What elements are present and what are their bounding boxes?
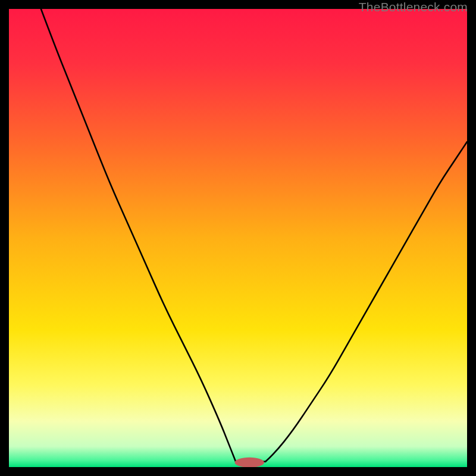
gradient-background — [9, 9, 467, 467]
bottleneck-marker — [235, 458, 264, 467]
bottleneck-chart — [9, 9, 467, 467]
watermark-text: TheBottleneck.com — [359, 0, 468, 14]
